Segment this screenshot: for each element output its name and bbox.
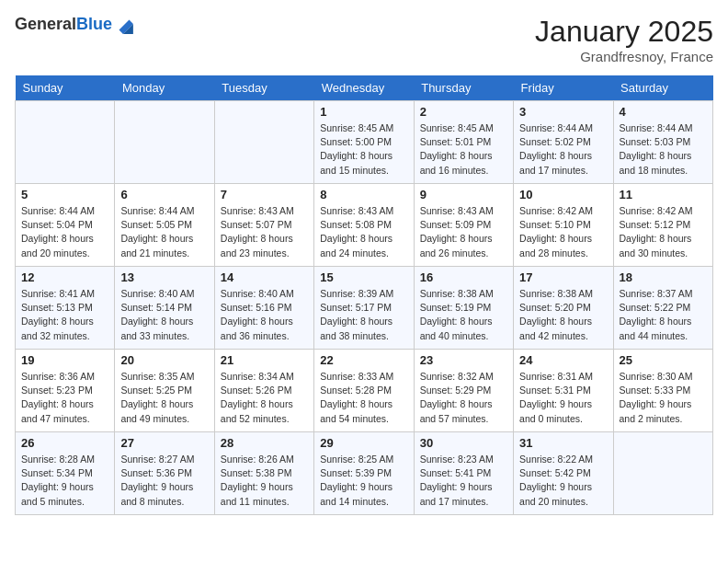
calendar-table: SundayMondayTuesdayWednesdayThursdayFrid… xyxy=(15,75,713,515)
day-number: 14 xyxy=(221,270,308,284)
day-cell: 2 Sunrise: 8:45 AMSunset: 5:01 PMDayligh… xyxy=(414,101,513,184)
page-header: GeneralBlue January 2025 Grandfresnoy, F… xyxy=(15,15,713,64)
day-info: Sunrise: 8:40 AMSunset: 5:14 PMDaylight:… xyxy=(120,287,208,343)
day-info: Sunrise: 8:25 AMSunset: 5:39 PMDaylight:… xyxy=(320,453,407,509)
day-number: 19 xyxy=(21,353,108,367)
calendar-body: 1 Sunrise: 8:45 AMSunset: 5:00 PMDayligh… xyxy=(16,101,713,515)
weekday-sunday: Sunday xyxy=(16,75,115,101)
day-cell xyxy=(16,101,115,184)
day-number: 2 xyxy=(420,105,507,119)
day-number: 27 xyxy=(120,436,208,450)
day-number: 9 xyxy=(420,188,507,201)
day-number: 1 xyxy=(320,105,407,119)
week-row-5: 26 Sunrise: 8:28 AMSunset: 5:34 PMDaylig… xyxy=(16,432,713,515)
day-info: Sunrise: 8:45 AMSunset: 5:00 PMDaylight:… xyxy=(320,121,407,178)
day-info: Sunrise: 8:42 AMSunset: 5:10 PMDaylight:… xyxy=(519,204,607,260)
day-number: 12 xyxy=(21,270,108,284)
day-info: Sunrise: 8:44 AMSunset: 5:02 PMDaylight:… xyxy=(519,121,607,178)
day-cell: 3 Sunrise: 8:44 AMSunset: 5:02 PMDayligh… xyxy=(514,101,613,184)
day-info: Sunrise: 8:45 AMSunset: 5:01 PMDaylight:… xyxy=(420,121,507,178)
day-cell: 1 Sunrise: 8:45 AMSunset: 5:00 PMDayligh… xyxy=(314,101,414,184)
day-info: Sunrise: 8:32 AMSunset: 5:29 PMDaylight:… xyxy=(420,370,507,426)
day-number: 10 xyxy=(519,188,607,201)
day-cell: 27 Sunrise: 8:27 AMSunset: 5:36 PMDaylig… xyxy=(115,432,214,515)
day-number: 25 xyxy=(620,353,707,367)
weekday-wednesday: Wednesday xyxy=(314,75,414,101)
day-info: Sunrise: 8:22 AMSunset: 5:42 PMDaylight:… xyxy=(519,453,607,509)
day-info: Sunrise: 8:37 AMSunset: 5:22 PMDaylight:… xyxy=(620,287,707,343)
day-info: Sunrise: 8:42 AMSunset: 5:12 PMDaylight:… xyxy=(620,204,707,260)
day-cell: 21 Sunrise: 8:34 AMSunset: 5:26 PMDaylig… xyxy=(214,350,313,432)
month-title: January 2025 xyxy=(535,15,713,49)
day-info: Sunrise: 8:41 AMSunset: 5:13 PMDaylight:… xyxy=(21,287,108,343)
day-cell: 11 Sunrise: 8:42 AMSunset: 5:12 PMDaylig… xyxy=(613,184,712,267)
day-number: 13 xyxy=(120,270,208,284)
day-info: Sunrise: 8:28 AMSunset: 5:34 PMDaylight:… xyxy=(21,453,108,509)
day-cell: 6 Sunrise: 8:44 AMSunset: 5:05 PMDayligh… xyxy=(115,184,214,267)
day-cell: 7 Sunrise: 8:43 AMSunset: 5:07 PMDayligh… xyxy=(214,184,313,267)
calendar-header: SundayMondayTuesdayWednesdayThursdayFrid… xyxy=(16,75,713,101)
week-row-2: 5 Sunrise: 8:44 AMSunset: 5:04 PMDayligh… xyxy=(16,184,713,267)
weekday-monday: Monday xyxy=(115,75,214,101)
logo-general-text: General xyxy=(15,15,76,33)
day-info: Sunrise: 8:26 AMSunset: 5:38 PMDaylight:… xyxy=(221,453,308,509)
day-cell: 20 Sunrise: 8:35 AMSunset: 5:25 PMDaylig… xyxy=(115,350,214,432)
day-cell: 13 Sunrise: 8:40 AMSunset: 5:14 PMDaylig… xyxy=(115,267,214,350)
day-cell xyxy=(613,432,712,515)
day-info: Sunrise: 8:43 AMSunset: 5:08 PMDaylight:… xyxy=(320,204,407,260)
day-info: Sunrise: 8:44 AMSunset: 5:04 PMDaylight:… xyxy=(21,204,108,260)
day-info: Sunrise: 8:31 AMSunset: 5:31 PMDaylight:… xyxy=(519,370,607,426)
day-cell: 29 Sunrise: 8:25 AMSunset: 5:39 PMDaylig… xyxy=(314,432,414,515)
day-cell: 14 Sunrise: 8:40 AMSunset: 5:16 PMDaylig… xyxy=(214,267,313,350)
day-cell: 12 Sunrise: 8:41 AMSunset: 5:13 PMDaylig… xyxy=(16,267,115,350)
day-cell: 30 Sunrise: 8:23 AMSunset: 5:41 PMDaylig… xyxy=(414,432,513,515)
day-cell: 16 Sunrise: 8:38 AMSunset: 5:19 PMDaylig… xyxy=(414,267,513,350)
day-info: Sunrise: 8:38 AMSunset: 5:19 PMDaylight:… xyxy=(420,287,507,343)
day-number: 16 xyxy=(420,270,507,284)
day-cell: 5 Sunrise: 8:44 AMSunset: 5:04 PMDayligh… xyxy=(16,184,115,267)
day-cell: 19 Sunrise: 8:36 AMSunset: 5:23 PMDaylig… xyxy=(16,350,115,432)
day-number: 3 xyxy=(519,105,607,119)
day-info: Sunrise: 8:39 AMSunset: 5:17 PMDaylight:… xyxy=(320,287,407,343)
week-row-3: 12 Sunrise: 8:41 AMSunset: 5:13 PMDaylig… xyxy=(16,267,713,350)
day-number: 26 xyxy=(21,436,108,450)
location: Grandfresnoy, France xyxy=(535,49,713,64)
day-number: 15 xyxy=(320,270,407,284)
day-info: Sunrise: 8:30 AMSunset: 5:33 PMDaylight:… xyxy=(620,370,707,426)
day-info: Sunrise: 8:27 AMSunset: 5:36 PMDaylight:… xyxy=(120,453,208,509)
day-number: 18 xyxy=(620,270,707,284)
day-cell: 17 Sunrise: 8:38 AMSunset: 5:20 PMDaylig… xyxy=(514,267,613,350)
weekday-thursday: Thursday xyxy=(414,75,513,101)
logo-icon xyxy=(114,15,134,35)
day-cell: 31 Sunrise: 8:22 AMSunset: 5:42 PMDaylig… xyxy=(514,432,613,515)
day-cell: 28 Sunrise: 8:26 AMSunset: 5:38 PMDaylig… xyxy=(214,432,313,515)
week-row-1: 1 Sunrise: 8:45 AMSunset: 5:00 PMDayligh… xyxy=(16,101,713,184)
day-cell xyxy=(214,101,313,184)
day-cell: 25 Sunrise: 8:30 AMSunset: 5:33 PMDaylig… xyxy=(613,350,712,432)
day-number: 17 xyxy=(519,270,607,284)
day-info: Sunrise: 8:38 AMSunset: 5:20 PMDaylight:… xyxy=(519,287,607,343)
day-info: Sunrise: 8:44 AMSunset: 5:03 PMDaylight:… xyxy=(620,121,707,178)
day-number: 22 xyxy=(320,353,407,367)
day-cell: 9 Sunrise: 8:43 AMSunset: 5:09 PMDayligh… xyxy=(414,184,513,267)
day-cell: 4 Sunrise: 8:44 AMSunset: 5:03 PMDayligh… xyxy=(613,101,712,184)
day-number: 7 xyxy=(221,188,308,201)
day-number: 4 xyxy=(620,105,707,119)
week-row-4: 19 Sunrise: 8:36 AMSunset: 5:23 PMDaylig… xyxy=(16,350,713,432)
day-cell: 18 Sunrise: 8:37 AMSunset: 5:22 PMDaylig… xyxy=(613,267,712,350)
weekday-header-row: SundayMondayTuesdayWednesdayThursdayFrid… xyxy=(16,75,713,101)
weekday-tuesday: Tuesday xyxy=(214,75,313,101)
day-number: 30 xyxy=(420,436,507,450)
day-cell: 23 Sunrise: 8:32 AMSunset: 5:29 PMDaylig… xyxy=(414,350,513,432)
day-cell xyxy=(115,101,214,184)
day-info: Sunrise: 8:34 AMSunset: 5:26 PMDaylight:… xyxy=(221,370,308,426)
weekday-saturday: Saturday xyxy=(613,75,712,101)
title-block: January 2025 Grandfresnoy, France xyxy=(535,15,713,64)
day-number: 31 xyxy=(519,436,607,450)
day-number: 29 xyxy=(320,436,407,450)
day-cell: 24 Sunrise: 8:31 AMSunset: 5:31 PMDaylig… xyxy=(514,350,613,432)
day-info: Sunrise: 8:36 AMSunset: 5:23 PMDaylight:… xyxy=(21,370,108,426)
day-cell: 10 Sunrise: 8:42 AMSunset: 5:10 PMDaylig… xyxy=(514,184,613,267)
day-number: 11 xyxy=(620,188,707,201)
day-number: 28 xyxy=(221,436,308,450)
